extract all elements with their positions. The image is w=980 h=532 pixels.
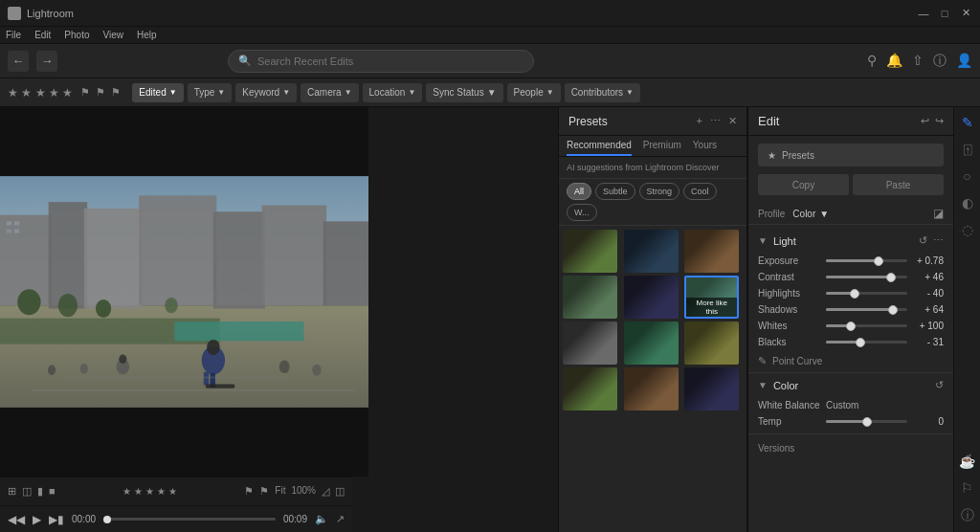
contributors-filter[interactable]: Contributors ▼	[565, 83, 640, 102]
type-filter[interactable]: Type ▼	[188, 83, 233, 102]
minimize-button[interactable]: —	[917, 7, 930, 20]
temp-slider[interactable]	[826, 420, 907, 423]
split-view-icon[interactable]: ▮	[37, 485, 43, 498]
profile-caret-icon[interactable]: ▼	[819, 209, 829, 219]
expand-icon[interactable]: ↗	[336, 513, 345, 525]
edit-redo-icon[interactable]: ↪	[935, 115, 944, 127]
color-section-header[interactable]: ▼ Color ↺	[748, 372, 953, 397]
people-filter[interactable]: People ▼	[507, 83, 561, 102]
menu-photo[interactable]: Photo	[64, 30, 89, 40]
preset-thumb-3[interactable]	[684, 230, 739, 273]
volume-icon[interactable]: 🔈	[315, 513, 328, 525]
ai-suggestions: AI suggestions from Lightroom Discover	[559, 157, 746, 179]
help-icon[interactable]: ⓘ	[933, 53, 947, 70]
search-input[interactable]	[257, 55, 523, 67]
grid-view-icon[interactable]: ⊞	[8, 485, 16, 498]
preset-thumb-4[interactable]	[563, 276, 617, 319]
keyword-filter[interactable]: Keyword ▼	[235, 83, 297, 102]
preset-thumb-12[interactable]	[684, 367, 739, 410]
close-button[interactable]: ✕	[959, 7, 972, 20]
tab-recommended[interactable]: Recommended	[567, 140, 632, 156]
preset-thumb-8[interactable]	[624, 321, 679, 365]
edit-undo-icon[interactable]: ↩	[921, 115, 929, 127]
flag-bottom-icon[interactable]: ⚑	[244, 485, 254, 498]
sync-status-filter[interactable]: Sync Status ▼	[426, 83, 502, 102]
flag-icon-1[interactable]: ⚑	[80, 86, 90, 99]
menu-edit[interactable]: Edit	[34, 30, 51, 40]
square-icon[interactable]: ■	[49, 485, 56, 498]
location-filter[interactable]: Location ▼	[363, 83, 423, 102]
whites-row: Whites + 100	[748, 318, 953, 334]
go-start-button[interactable]: ◀◀	[8, 513, 25, 526]
sidebar-comment-icon[interactable]: ☕	[959, 454, 975, 469]
preset-thumb-11[interactable]	[624, 367, 679, 410]
tab-premium[interactable]: Premium	[643, 140, 681, 156]
maximize-button[interactable]: □	[938, 7, 951, 20]
preset-thumb-10[interactable]	[563, 367, 617, 410]
pill-strong[interactable]: Strong	[639, 183, 680, 200]
preset-thumb-7[interactable]	[563, 321, 617, 365]
bell-icon[interactable]: 🔔	[886, 53, 902, 70]
presets-btn[interactable]: ★ Presets	[758, 144, 944, 166]
pill-cool[interactable]: Cool	[683, 183, 717, 200]
light-section-header[interactable]: ▼ Light ↺ ⋯	[748, 229, 953, 253]
pill-subtle[interactable]: Subtle	[595, 183, 635, 200]
filter-icon[interactable]: ⚲	[867, 53, 877, 70]
paste-button[interactable]: Paste	[853, 174, 944, 195]
presets-close-icon[interactable]: ✕	[728, 115, 737, 127]
tab-yours[interactable]: Yours	[693, 140, 717, 156]
sidebar-redeye-icon[interactable]: ◌	[962, 222, 973, 237]
sidebar-tag-icon[interactable]: ⚐	[961, 480, 973, 496]
exposure-slider[interactable]	[826, 259, 907, 262]
copy-button[interactable]: Copy	[758, 174, 849, 195]
whites-slider[interactable]	[826, 324, 907, 327]
preset-thumb-6[interactable]: More like this	[684, 276, 739, 319]
sidebar-mask-icon[interactable]: ◐	[962, 195, 973, 211]
sidebar-edit-icon[interactable]: ✎	[962, 115, 973, 130]
step-forward-button[interactable]: ▶▮	[49, 513, 64, 526]
light-reset-icon[interactable]: ↺	[919, 234, 927, 247]
play-button[interactable]: ▶	[33, 513, 41, 526]
sidebar-crop-icon[interactable]: ⍐	[964, 142, 971, 157]
flag-icon-2[interactable]: ⚑	[96, 86, 105, 99]
preset-thumb-5[interactable]	[624, 276, 679, 319]
point-curve-row[interactable]: ✎ Point Curve	[748, 350, 953, 372]
pill-all[interactable]: All	[567, 183, 591, 200]
color-reset-icon[interactable]: ↺	[935, 379, 944, 391]
sidebar-heal-icon[interactable]: ○	[963, 168, 970, 184]
presets-add-icon[interactable]: +	[697, 115, 702, 127]
light-more-icon[interactable]: ⋯	[933, 234, 944, 247]
flag2-bottom-icon[interactable]: ⚑	[259, 485, 269, 498]
preset-thumb-2[interactable]	[624, 230, 679, 273]
shadows-slider[interactable]	[826, 308, 907, 311]
compare-icon[interactable]: ◫	[335, 485, 345, 498]
presets-more-icon[interactable]: ⋯	[710, 115, 721, 127]
preset-thumb-9[interactable]	[684, 321, 739, 365]
forward-button[interactable]: →	[36, 51, 57, 72]
menu-file[interactable]: File	[6, 30, 21, 40]
account-icon[interactable]: 👤	[956, 53, 972, 70]
edited-filter[interactable]: Edited ▼	[132, 83, 183, 102]
whites-value: + 100	[913, 321, 944, 331]
contrast-slider[interactable]	[826, 276, 907, 278]
contrast-fill	[826, 276, 891, 278]
svg-point-18	[165, 298, 178, 313]
pill-warm[interactable]: W...	[567, 204, 597, 221]
screen-fit-icon[interactable]: ◿	[322, 485, 329, 498]
shadows-thumb	[888, 305, 898, 315]
profile-grid-icon[interactable]: ◪	[933, 207, 944, 220]
preset-thumb-1[interactable]	[563, 230, 617, 273]
menu-help[interactable]: Help	[137, 30, 157, 40]
sidebar-info-icon[interactable]: ⓘ	[961, 507, 974, 524]
menu-view[interactable]: View	[103, 30, 124, 40]
left-content: ⊞ ◫ ▮ ■ ★ ★ ★ ★ ★ ⚑ ⚑ Fit 100% ◿ ◫ ◀◀ ▶ …	[0, 107, 558, 532]
back-button[interactable]: ←	[8, 51, 29, 72]
blacks-slider[interactable]	[826, 341, 907, 344]
flag-icon-3[interactable]: ⚑	[111, 86, 121, 99]
svg-rect-9	[262, 205, 327, 305]
highlights-slider[interactable]	[826, 292, 907, 295]
share-icon[interactable]: ⇧	[912, 53, 924, 70]
filmstrip-icon[interactable]: ◫	[22, 485, 32, 498]
progress-bar[interactable]	[103, 518, 276, 521]
camera-filter[interactable]: Camera ▼	[301, 83, 359, 102]
